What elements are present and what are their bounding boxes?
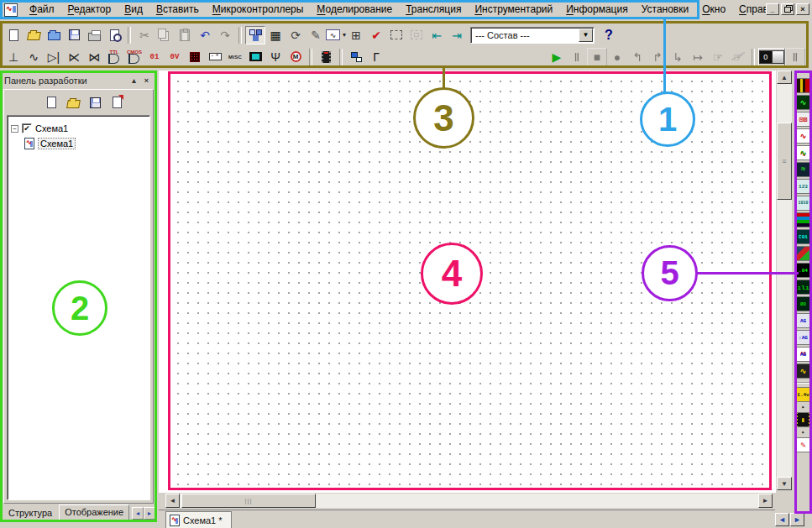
help-button[interactable]: ? — [598, 28, 620, 43]
database-refresh-icon[interactable]: ⟳ — [286, 26, 306, 44]
counter-icon[interactable]: C01 — [796, 229, 810, 244]
passive-element-icon[interactable]: ∿ — [24, 48, 44, 66]
tab-scroll-right-icon[interactable]: ▸ — [144, 507, 155, 520]
probe-windows-icon[interactable]: ⊡⊠ — [796, 112, 810, 127]
run-icon[interactable]: ▶ — [547, 48, 567, 66]
oscilloscope-icon[interactable]: ∿ — [796, 95, 810, 110]
vscroll-thumb[interactable]: ≡ — [777, 123, 792, 200]
panel-pin-icon[interactable]: ▴ — [128, 75, 140, 86]
new-file-icon[interactable] — [3, 26, 24, 44]
scroll-up-icon[interactable]: ▲ — [777, 71, 792, 84]
expand-more-2-icon[interactable]: ▸ — [796, 428, 810, 437]
optocoupler-icon[interactable]: ⋈ — [84, 48, 104, 66]
scroll-down-icon[interactable]: ▼ — [777, 477, 792, 490]
expand-more-1-icon[interactable]: ▸ — [796, 403, 810, 411]
grid-table-icon[interactable]: ▦ — [265, 26, 286, 44]
flipflop-icon[interactable]: 01 — [144, 48, 165, 66]
plot-dark-icon[interactable]: ≈ — [796, 162, 810, 177]
scroll-right-icon[interactable]: ► — [758, 494, 773, 508]
tab-scroll-left-icon[interactable]: ◂ — [132, 507, 144, 520]
motor-icon[interactable]: M — [286, 48, 306, 66]
save-icon[interactable] — [64, 26, 84, 44]
menu-item-10[interactable]: Окно — [695, 0, 732, 19]
signal-output-icon[interactable]: ⇥ — [447, 26, 467, 44]
menu-item-2[interactable]: Вид — [118, 0, 149, 19]
calculator-icon[interactable]: ⊞ — [346, 26, 366, 44]
logic-probe-icon[interactable]: 1010 — [796, 196, 810, 211]
save-document-icon[interactable] — [84, 93, 106, 112]
new-document-icon[interactable] — [40, 93, 62, 112]
mcu-chip-icon[interactable] — [316, 48, 336, 66]
led-display-icon[interactable] — [185, 48, 205, 66]
open-file-icon[interactable] — [24, 26, 44, 44]
panel-close-icon[interactable]: × — [140, 75, 153, 86]
horizontal-scrollbar[interactable]: ◄ ||| ► — [165, 494, 773, 508]
logic-analyzer-icon[interactable] — [796, 78, 810, 93]
menu-item-9[interactable]: Установки — [635, 0, 695, 19]
plot-viewer-icon[interactable]: ∿ — [796, 128, 810, 144]
undo-icon[interactable]: ↶ — [195, 26, 215, 44]
digital-display-icon[interactable]: 123 — [796, 179, 810, 194]
combobox-dropdown-icon[interactable]: ▼ — [579, 29, 593, 42]
spectrum-analyzer-icon[interactable]: ılı — [796, 280, 810, 295]
converter-blocks-icon[interactable] — [346, 48, 366, 66]
hierarchy-view-icon[interactable] — [245, 26, 265, 44]
antenna-icon[interactable]: Ψ — [265, 48, 286, 66]
doc-tab-next-icon[interactable]: ► — [790, 513, 804, 526]
tab-structure[interactable]: Структура — [3, 506, 57, 520]
signal-input-icon[interactable]: ⇤ — [427, 26, 447, 44]
document-tab[interactable]: Схема1 * — [165, 511, 232, 528]
misc-components-icon[interactable]: MISC — [225, 48, 245, 66]
generator-tx-icon[interactable]: ∿ — [796, 363, 810, 379]
menu-item-3[interactable]: Вставить — [149, 0, 206, 19]
menu-item-6[interactable]: Трансляция — [399, 0, 468, 19]
open-project-icon[interactable] — [44, 26, 64, 44]
checkbox-icon[interactable]: ✔ — [22, 123, 32, 133]
power-switch-icon[interactable] — [758, 48, 785, 66]
print-preview-icon[interactable] — [104, 26, 124, 44]
tree-row-child[interactable]: Схема1 — [9, 136, 148, 151]
tree-row-root[interactable]: − ✔ Схема1 — [9, 121, 148, 136]
battery-test-icon[interactable]: 1.4v — [796, 387, 810, 402]
document-properties-icon[interactable] — [106, 93, 128, 112]
restore-button[interactable] — [781, 3, 794, 15]
doc-tab-prev-icon[interactable]: ◄ — [775, 513, 789, 526]
diode-icon[interactable]: ▷| — [44, 48, 64, 66]
scroll-left-icon[interactable]: ◄ — [165, 494, 180, 508]
voltage-indicator-icon[interactable]: 0V — [165, 48, 185, 66]
ic-programmer-icon[interactable]: ▮ — [796, 412, 810, 427]
generator-plot-icon[interactable]: AG — [796, 347, 810, 362]
menu-item-0[interactable]: Файл — [23, 0, 61, 19]
menu-item-5[interactable]: Моделирование — [310, 0, 399, 19]
logic-step-icon[interactable]: Г — [366, 48, 386, 66]
tab-display[interactable]: Отображение — [59, 504, 129, 520]
vertical-scrollbar[interactable]: ▲ ≡ ▼ — [777, 71, 792, 490]
menu-item-4[interactable]: Микроконтроллеры — [206, 0, 311, 19]
menu-item-1[interactable]: Редактор — [61, 0, 118, 19]
tree-child-label[interactable]: Схема1 — [38, 138, 76, 149]
voltmeter-icon[interactable]: .04 — [796, 263, 810, 278]
transistor-icon[interactable]: ⋉ — [64, 48, 84, 66]
minimize-button[interactable]: _ — [766, 3, 779, 15]
chart-view-icon[interactable]: ∿▾ — [326, 26, 346, 44]
hscroll-thumb[interactable]: ||| — [181, 494, 316, 508]
wave-recorder-icon[interactable] — [796, 212, 810, 227]
generator-edit-icon[interactable]: :AG — [796, 330, 810, 345]
print-icon[interactable] — [84, 26, 104, 44]
plot-multichannel-icon[interactable]: ∿ — [796, 145, 810, 160]
tree-root-label[interactable]: Схема1 — [35, 123, 68, 133]
draw-tools-icon[interactable]: ✎ — [306, 26, 326, 44]
tools-icon[interactable]: ✎ — [796, 437, 810, 452]
ttl-gate-icon[interactable]: TTL — [104, 48, 124, 66]
composition-combobox[interactable]: --- Состав ---▼ — [470, 27, 595, 44]
power-meter-icon[interactable]: Ø8 — [796, 296, 810, 311]
select-region-icon[interactable] — [386, 26, 406, 44]
cmos-gate-icon[interactable]: CMOS — [124, 48, 144, 66]
open-document-icon[interactable] — [62, 93, 84, 112]
close-button[interactable]: × — [796, 3, 809, 15]
expander-icon[interactable]: − — [11, 125, 18, 133]
ground-icon[interactable]: ⊥ — [3, 48, 24, 66]
signal-mixer-icon[interactable] — [796, 246, 810, 261]
verify-check-icon[interactable]: ✔ — [366, 26, 386, 44]
menu-item-8[interactable]: Информация — [559, 0, 634, 19]
